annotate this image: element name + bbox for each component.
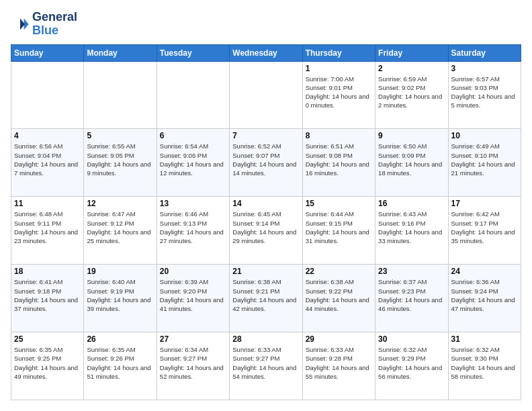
calendar-day-header: Tuesday <box>157 44 229 61</box>
day-info: Sunrise: 6:38 AM Sunset: 9:21 PM Dayligh… <box>232 277 299 313</box>
calendar-cell: 20Sunrise: 6:39 AM Sunset: 9:20 PM Dayli… <box>157 265 229 332</box>
calendar-cell: 31Sunrise: 6:32 AM Sunset: 9:30 PM Dayli… <box>448 332 521 400</box>
calendar-cell <box>157 61 229 129</box>
day-info: Sunrise: 6:50 AM Sunset: 9:09 PM Dayligh… <box>378 142 445 177</box>
calendar-cell: 16Sunrise: 6:43 AM Sunset: 9:16 PM Dayli… <box>375 197 448 265</box>
calendar-week-row: 18Sunrise: 6:41 AM Sunset: 9:18 PM Dayli… <box>11 265 521 332</box>
calendar-cell: 4Sunrise: 6:56 AM Sunset: 9:04 PM Daylig… <box>11 129 84 197</box>
calendar-cell <box>84 61 157 129</box>
calendar-week-row: 1Sunrise: 7:00 AM Sunset: 9:01 PM Daylig… <box>11 61 521 129</box>
logo-icon <box>11 15 30 34</box>
day-number: 3 <box>451 64 518 73</box>
day-number: 17 <box>451 199 518 208</box>
day-info: Sunrise: 7:00 AM Sunset: 9:01 PM Dayligh… <box>306 75 372 110</box>
day-number: 26 <box>87 334 153 344</box>
day-info: Sunrise: 6:33 AM Sunset: 9:27 PM Dayligh… <box>232 345 299 381</box>
day-info: Sunrise: 6:52 AM Sunset: 9:07 PM Dayligh… <box>232 142 299 177</box>
calendar-cell: 19Sunrise: 6:40 AM Sunset: 9:19 PM Dayli… <box>84 265 157 332</box>
day-info: Sunrise: 6:38 AM Sunset: 9:22 PM Dayligh… <box>306 277 372 313</box>
day-number: 5 <box>87 131 153 140</box>
calendar-cell: 7Sunrise: 6:52 AM Sunset: 9:07 PM Daylig… <box>230 129 302 197</box>
calendar-cell <box>11 61 84 129</box>
day-number: 7 <box>232 131 299 140</box>
day-number: 2 <box>378 64 445 73</box>
calendar-cell: 6Sunrise: 6:54 AM Sunset: 9:06 PM Daylig… <box>157 129 229 197</box>
day-number: 21 <box>232 267 299 276</box>
day-info: Sunrise: 6:44 AM Sunset: 9:15 PM Dayligh… <box>306 210 372 245</box>
day-info: Sunrise: 6:46 AM Sunset: 9:13 PM Dayligh… <box>160 210 226 245</box>
day-info: Sunrise: 6:32 AM Sunset: 9:29 PM Dayligh… <box>378 345 445 381</box>
day-number: 1 <box>306 64 372 73</box>
day-info: Sunrise: 6:42 AM Sunset: 9:17 PM Dayligh… <box>451 210 518 245</box>
calendar-header-row: SundayMondayTuesdayWednesdayThursdayFrid… <box>11 44 521 61</box>
day-info: Sunrise: 6:54 AM Sunset: 9:06 PM Dayligh… <box>160 142 226 177</box>
day-info: Sunrise: 6:55 AM Sunset: 9:05 PM Dayligh… <box>87 142 153 177</box>
calendar-cell: 12Sunrise: 6:47 AM Sunset: 9:12 PM Dayli… <box>84 197 157 265</box>
day-info: Sunrise: 6:49 AM Sunset: 9:10 PM Dayligh… <box>451 142 518 177</box>
calendar-cell: 30Sunrise: 6:32 AM Sunset: 9:29 PM Dayli… <box>375 332 448 400</box>
calendar-cell: 28Sunrise: 6:33 AM Sunset: 9:27 PM Dayli… <box>230 332 302 400</box>
calendar-cell: 25Sunrise: 6:35 AM Sunset: 9:25 PM Dayli… <box>11 332 84 400</box>
day-number: 19 <box>87 267 153 276</box>
calendar-week-row: 11Sunrise: 6:48 AM Sunset: 9:11 PM Dayli… <box>11 197 521 265</box>
day-number: 4 <box>14 131 81 140</box>
day-info: Sunrise: 6:35 AM Sunset: 9:25 PM Dayligh… <box>14 345 81 381</box>
calendar-cell: 1Sunrise: 7:00 AM Sunset: 9:01 PM Daylig… <box>302 61 375 129</box>
day-info: Sunrise: 6:39 AM Sunset: 9:20 PM Dayligh… <box>160 277 226 313</box>
day-number: 31 <box>451 334 518 344</box>
day-number: 12 <box>87 199 153 208</box>
calendar-cell: 26Sunrise: 6:35 AM Sunset: 9:26 PM Dayli… <box>84 332 157 400</box>
calendar-cell: 13Sunrise: 6:46 AM Sunset: 9:13 PM Dayli… <box>157 197 229 265</box>
calendar-cell: 23Sunrise: 6:37 AM Sunset: 9:23 PM Dayli… <box>375 265 448 332</box>
header: General Blue <box>11 11 521 38</box>
day-info: Sunrise: 6:57 AM Sunset: 9:03 PM Dayligh… <box>451 75 518 110</box>
day-number: 24 <box>451 267 518 276</box>
day-info: Sunrise: 6:59 AM Sunset: 9:02 PM Dayligh… <box>378 75 445 110</box>
day-number: 11 <box>14 199 81 208</box>
calendar-week-row: 25Sunrise: 6:35 AM Sunset: 9:25 PM Dayli… <box>11 332 521 400</box>
day-info: Sunrise: 6:43 AM Sunset: 9:16 PM Dayligh… <box>378 210 445 245</box>
day-number: 13 <box>160 199 226 208</box>
day-number: 14 <box>232 199 299 208</box>
day-info: Sunrise: 6:40 AM Sunset: 9:19 PM Dayligh… <box>87 277 153 313</box>
day-info: Sunrise: 6:32 AM Sunset: 9:30 PM Dayligh… <box>451 345 518 381</box>
day-number: 8 <box>306 131 372 140</box>
day-info: Sunrise: 6:48 AM Sunset: 9:11 PM Dayligh… <box>14 210 81 245</box>
calendar-cell: 18Sunrise: 6:41 AM Sunset: 9:18 PM Dayli… <box>11 265 84 332</box>
day-info: Sunrise: 6:41 AM Sunset: 9:18 PM Dayligh… <box>14 277 81 313</box>
calendar-day-header: Friday <box>375 44 448 61</box>
day-number: 29 <box>306 334 372 344</box>
day-info: Sunrise: 6:47 AM Sunset: 9:12 PM Dayligh… <box>87 210 153 245</box>
day-number: 28 <box>232 334 299 344</box>
day-info: Sunrise: 6:51 AM Sunset: 9:08 PM Dayligh… <box>306 142 372 177</box>
day-info: Sunrise: 6:34 AM Sunset: 9:27 PM Dayligh… <box>160 345 226 381</box>
day-number: 20 <box>160 267 226 276</box>
calendar-cell <box>230 61 302 129</box>
calendar-cell: 9Sunrise: 6:50 AM Sunset: 9:09 PM Daylig… <box>375 129 448 197</box>
calendar-cell: 8Sunrise: 6:51 AM Sunset: 9:08 PM Daylig… <box>302 129 375 197</box>
calendar-cell: 3Sunrise: 6:57 AM Sunset: 9:03 PM Daylig… <box>448 61 521 129</box>
day-number: 23 <box>378 267 445 276</box>
calendar-cell: 14Sunrise: 6:45 AM Sunset: 9:14 PM Dayli… <box>230 197 302 265</box>
day-number: 18 <box>14 267 81 276</box>
calendar-cell: 22Sunrise: 6:38 AM Sunset: 9:22 PM Dayli… <box>302 265 375 332</box>
calendar-cell: 10Sunrise: 6:49 AM Sunset: 9:10 PM Dayli… <box>448 129 521 197</box>
calendar-cell: 24Sunrise: 6:36 AM Sunset: 9:24 PM Dayli… <box>448 265 521 332</box>
day-number: 6 <box>160 131 226 140</box>
day-info: Sunrise: 6:35 AM Sunset: 9:26 PM Dayligh… <box>87 345 153 381</box>
day-number: 22 <box>306 267 372 276</box>
calendar-cell: 29Sunrise: 6:33 AM Sunset: 9:28 PM Dayli… <box>302 332 375 400</box>
day-info: Sunrise: 6:45 AM Sunset: 9:14 PM Dayligh… <box>232 210 299 245</box>
logo-text: General Blue <box>32 11 77 38</box>
day-number: 9 <box>378 131 445 140</box>
day-info: Sunrise: 6:37 AM Sunset: 9:23 PM Dayligh… <box>378 277 445 313</box>
logo: General Blue <box>11 11 77 38</box>
calendar-cell: 2Sunrise: 6:59 AM Sunset: 9:02 PM Daylig… <box>375 61 448 129</box>
calendar-day-header: Sunday <box>11 44 84 61</box>
day-info: Sunrise: 6:56 AM Sunset: 9:04 PM Dayligh… <box>14 142 81 177</box>
day-number: 30 <box>378 334 445 344</box>
day-number: 15 <box>306 199 372 208</box>
calendar-day-header: Wednesday <box>230 44 302 61</box>
day-number: 27 <box>160 334 226 344</box>
day-info: Sunrise: 6:33 AM Sunset: 9:28 PM Dayligh… <box>306 345 372 381</box>
